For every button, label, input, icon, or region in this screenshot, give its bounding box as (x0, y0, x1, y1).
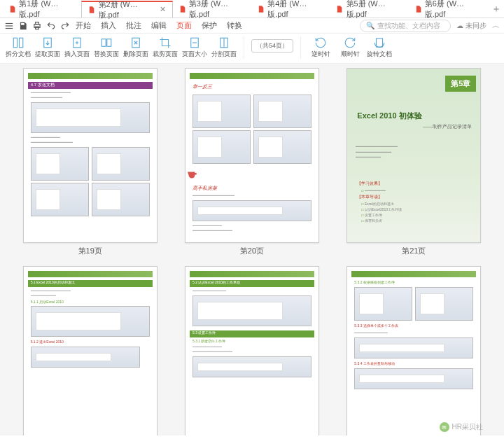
cloud-icon: ☁ (456, 22, 463, 29)
undo-icon[interactable] (46, 21, 56, 31)
toolbar-label: 插入页面 (64, 50, 90, 59)
replace-page-icon (99, 36, 113, 49)
svg-rect-7 (20, 38, 23, 48)
svg-rect-4 (36, 22, 39, 24)
add-tab-button[interactable]: ＋ (491, 3, 501, 15)
pdf-icon (414, 5, 422, 13)
close-icon[interactable]: ✕ (160, 5, 166, 14)
chapter-subtitle: ——制作产品记录清单 (423, 123, 472, 130)
toolbar-label: 页面大小 (182, 50, 207, 59)
sync-status[interactable]: ☁ 未同步 (456, 21, 486, 31)
toolbar: 拆分文档 提取页面 插入页面 替换页面 删除页面 裁剪页面 页面大小 分割页面 (0, 34, 504, 64)
delete-page-button[interactable]: 删除页面 (123, 36, 148, 59)
svg-rect-6 (13, 38, 17, 48)
split-doc-button[interactable]: 拆分文档 (6, 36, 31, 59)
page-number-label: 第20页 (240, 246, 264, 256)
search-input[interactable]: 🔍 查找功能、文档内容 (360, 20, 451, 32)
rotate-doc-button[interactable]: 旋转文档 (367, 36, 392, 59)
page-thumb-20[interactable]: 举一反三 高手私房菜 ━━━━━━━━━━━━━━━━━━━━ ━━━━━━━━… (178, 68, 325, 256)
page-number-label: 第21页 (402, 246, 426, 256)
page-number-label: 第19页 (78, 246, 102, 256)
toolbar-label: 旋转文档 (367, 50, 392, 59)
watermark-label: HR采贝社 (452, 422, 483, 432)
svg-rect-16 (377, 39, 383, 47)
toolbar-label: 拆分文档 (6, 50, 31, 59)
toolbar-label: 分割页面 (211, 50, 237, 59)
rotate-doc-icon (372, 36, 386, 49)
watermark: ✉ HR采贝社 (440, 422, 483, 432)
tab-label: 第6册 (W…版.pdf (425, 0, 481, 20)
toolbar-label: 顺时针 (341, 50, 360, 59)
split-doc-icon (11, 36, 25, 49)
svg-rect-5 (36, 27, 39, 29)
rotate-ccw-icon (314, 36, 328, 49)
pdf-icon (178, 5, 186, 13)
menu-insert[interactable]: 插入 (97, 19, 120, 32)
cup-icon (186, 169, 198, 181)
toolbar-label: 删除页面 (123, 50, 148, 59)
chapter-title: Excel 2010 初体验 (357, 111, 473, 121)
menu-convert[interactable]: 转换 (223, 19, 246, 32)
split-page-icon (217, 36, 231, 49)
toolbar-label: 替换页面 (94, 50, 119, 59)
tab-file-2[interactable]: 第2册 (W…版.pdf ✕ (81, 1, 172, 18)
pdf-icon (335, 5, 343, 13)
menu-edit[interactable]: 编辑 (147, 19, 171, 32)
tab-file-5[interactable]: 第5册 (W…版.pdf (330, 1, 408, 18)
delete-page-icon (129, 36, 143, 49)
pdf-icon (257, 5, 265, 13)
toolbar-label: 裁剪页面 (153, 50, 178, 59)
rotate-cw-button[interactable]: 顺时针 (337, 36, 363, 59)
menu-page[interactable]: 页面 (172, 19, 196, 32)
extract-page-button[interactable]: 提取页面 (35, 36, 60, 59)
menu-hamburger-icon[interactable] (4, 21, 14, 31)
page-thumb-21[interactable]: 第5章 Excel 2010 初体验 ——制作产品记录清单 ━━━━━━━━━━… (341, 68, 487, 256)
page-counter[interactable]: （共54页） (251, 39, 293, 53)
redo-icon[interactable] (60, 21, 70, 31)
print-icon[interactable] (32, 21, 42, 31)
toolbar-label: 提取页面 (35, 50, 60, 59)
tab-file-4[interactable]: 第4册 (W…版.pdf (251, 1, 330, 18)
sync-label: 未同步 (465, 21, 486, 31)
split-page-button[interactable]: 分割页面 (211, 36, 237, 59)
replace-page-button[interactable]: 替换页面 (94, 36, 119, 59)
pdf-icon (8, 5, 16, 13)
tab-label: 第1册 (W…版.pdf (19, 0, 75, 20)
pdf-icon (88, 6, 95, 14)
svg-rect-10 (102, 39, 106, 47)
crop-page-icon (158, 36, 172, 49)
search-placeholder: 查找功能、文档内容 (377, 21, 440, 31)
menu-comment[interactable]: 批注 (122, 19, 146, 32)
page-thumb-22[interactable]: 5.1 Excel 2010的启动和退出 ━━━━━━━━━━━━━━━━━━━… (17, 266, 163, 435)
thumbnail-grid-area[interactable]: 4.7 发送文档 ━━━━━━━━━━━━━━━━━━━━━━━━━━━━━━━… (0, 64, 504, 435)
menu-bar: 开始 插入 批注 编辑 页面 保护 转换 🔍 查找功能、文档内容 ☁ 未同步 ︿ (0, 18, 504, 34)
rotate-cw-icon (343, 36, 357, 49)
chevron-up-icon[interactable]: ︿ (492, 20, 500, 31)
tab-bar: 第1册 (W…版.pdf 第2册 (W…版.pdf ✕ 第3册 (W…版.pdf… (0, 0, 504, 18)
page-size-button[interactable]: 页面大小 (182, 36, 207, 59)
page-thumb-19[interactable]: 4.7 发送文档 ━━━━━━━━━━━━━━━━━━━━━━━━━━━━━━━… (17, 68, 163, 256)
menu-start[interactable]: 开始 (71, 19, 95, 32)
insert-page-icon (70, 36, 84, 49)
menu-protect[interactable]: 保护 (197, 19, 221, 32)
tab-label: 第3册 (W…版.pdf (189, 0, 245, 20)
tab-file-3[interactable]: 第3册 (W…版.pdf (173, 1, 251, 18)
tab-label: 第2册 (W…版.pdf (99, 0, 155, 20)
extract-page-icon (41, 36, 55, 49)
page-thumb-23[interactable]: 5.2 认识Excel 2010的工作界面 ━━━━━━━━━━━━━━━━ 5… (178, 266, 325, 435)
toolbar-label: 逆时针 (312, 50, 330, 59)
rotate-ccw-button[interactable]: 逆时针 (308, 36, 333, 59)
svg-rect-11 (107, 39, 111, 47)
page-size-icon (188, 36, 202, 49)
save-icon[interactable] (18, 21, 28, 31)
insert-page-button[interactable]: 插入页面 (64, 36, 90, 59)
tab-label: 第4册 (W…版.pdf (267, 0, 323, 20)
tab-file-1[interactable]: 第1册 (W…版.pdf (3, 1, 81, 18)
wechat-icon: ✉ (440, 422, 449, 432)
chapter-number: 第5章 (445, 76, 476, 92)
page-thumb-24[interactable]: 5.3.2 根据模板创建工作簿 5.3.3 选择单个或多个工作表 ━━━━━━━… (341, 266, 487, 435)
crop-page-button[interactable]: 裁剪页面 (153, 36, 178, 59)
tab-file-6[interactable]: 第6册 (W…版.pdf (409, 1, 487, 18)
tab-label: 第5册 (W…版.pdf (346, 0, 402, 20)
